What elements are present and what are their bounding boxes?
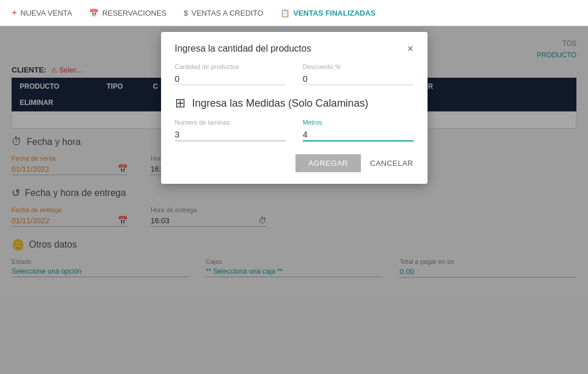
modal-medidas-header: ⊞ Ingresa las Medidas (Solo Calaminas) [175,96,414,111]
metros-field: Metros [303,119,414,141]
nav-nueva-venta-label: NUEVA VENTA [20,9,72,17]
modal-overlay: Ingresa la cantidad del productos × Cant… [0,26,588,374]
modal-header: Ingresa la cantidad del productos × [175,43,414,54]
laminas-field: Numero de laminas [175,119,286,141]
cantidad-input[interactable] [175,72,286,85]
top-navigation: + NUEVA VENTA 📅 RESERVACIONES $ VENTAS A… [0,0,588,26]
main-content: TOS PRODUCTO CLIENTE: ⚠ Selec... PRODUCT… [0,26,588,374]
modal-title: Ingresa la cantidad del productos [175,43,312,54]
modal-close-button[interactable]: × [407,43,414,54]
modal-dialog: Ingresa la cantidad del productos × Cant… [161,32,428,184]
cantidad-field: Cantidad de productos [175,63,286,85]
agregar-button[interactable]: AGREGAR [295,154,361,172]
modal-actions: AGREGAR CANCELAR [175,154,414,172]
metros-label: Metros [303,119,414,126]
modal-measure-row: Numero de laminas Metros [175,119,414,141]
modal-medidas-subtitle: Ingresa las Medidas (Solo Calaminas) [192,97,368,110]
grid-icon: ⊞ [175,96,185,111]
nav-ventas-credito-label: VENTAS A CREDITO [191,9,263,17]
cantidad-label: Cantidad de productos [175,63,286,70]
cancelar-button[interactable]: CANCELAR [370,154,414,172]
nav-reservaciones[interactable]: 📅 RESERVACIONES [89,9,166,17]
bill-icon: 📋 [280,9,290,17]
modal-qty-discount-row: Cantidad de productos Descuento % [175,63,414,85]
calendar-icon: 📅 [89,9,98,17]
plus-icon: + [12,8,17,18]
nav-nueva-venta[interactable]: + NUEVA VENTA [12,8,72,18]
descuento-input[interactable] [303,72,414,85]
nav-reservaciones-label: RESERVACIONES [102,9,166,17]
descuento-field: Descuento % [303,63,414,85]
metros-input[interactable] [303,128,414,141]
laminas-label: Numero de laminas [175,119,286,126]
nav-ventas-finalizadas-label: VENTAS FINALIZADAS [293,9,375,17]
nav-ventas-finalizadas[interactable]: 📋 VENTAS FINALIZADAS [280,9,375,17]
nav-ventas-credito[interactable]: $ VENTAS A CREDITO [184,9,263,17]
money-icon: $ [184,9,188,17]
laminas-input[interactable] [175,128,286,141]
descuento-label: Descuento % [303,63,414,70]
